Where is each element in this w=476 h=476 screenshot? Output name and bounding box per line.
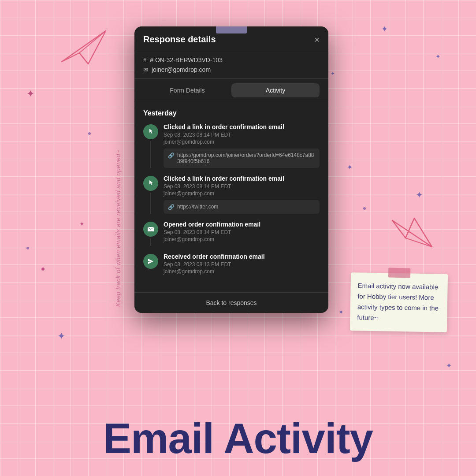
- activity-body: Clicked a link in order confirmation ema…: [164, 175, 320, 214]
- svg-line-1: [79, 53, 88, 64]
- activity-item: Clicked a link in order confirmation ema…: [143, 175, 320, 214]
- tape-decoration: [216, 26, 247, 33]
- paper-plane-decoration-topleft: [57, 26, 110, 66]
- link-icon: 🔗: [168, 204, 175, 210]
- link-url: https://gomdrop.com/joiner/orders?orderI…: [177, 152, 315, 164]
- activity-list: Yesterday Clicked a link in order confir…: [134, 102, 328, 292]
- sidebar-caption: Keep track of when emails are received a…: [115, 150, 122, 307]
- sparkle-decoration: ✦: [338, 309, 344, 316]
- activity-icon-receive: [143, 254, 158, 269]
- activity-link: 🔗 https://gomdrop.com/joiner/orders?orde…: [164, 149, 320, 168]
- response-email: joiner@gomdrop.com: [152, 66, 211, 73]
- sparkle-decoration: ✦: [381, 24, 388, 34]
- activity-item: Received order confirmation email Sep 08…: [143, 253, 320, 278]
- activity-email: joiner@gomdrop.com: [164, 236, 320, 242]
- sparkle-decoration: ✦: [40, 264, 46, 274]
- svg-marker-3: [392, 218, 432, 247]
- activity-icon-click: [143, 176, 158, 191]
- activity-title: Opened order confirmation email: [164, 221, 320, 228]
- sparkle-decoration: ✦: [347, 163, 353, 171]
- note-card: Email activity now available for Hobby t…: [350, 272, 448, 332]
- activity-item: Opened order confirmation email Sep 08, …: [143, 221, 320, 246]
- activity-icon-click: [143, 124, 158, 139]
- dot-decoration: [363, 207, 366, 210]
- email-icon: ✉: [143, 67, 148, 73]
- activity-time: Sep 08, 2023 08:14 PM EDT: [164, 229, 320, 235]
- modal-meta: # # ON-32-BERWD3VD-103 ✉ joiner@gomdrop.…: [134, 51, 328, 79]
- sparkle-decoration: ✦: [446, 361, 452, 370]
- day-label: Yesterday: [143, 109, 320, 117]
- activity-title: Clicked a link in order confirmation ema…: [164, 123, 320, 130]
- hash-icon: #: [143, 57, 146, 63]
- activity-icon-open: [143, 222, 158, 237]
- activity-time: Sep 08, 2023 08:14 PM EDT: [164, 183, 320, 190]
- activity-time: Sep 08, 2023 08:13 PM EDT: [164, 261, 320, 268]
- tab-form-details[interactable]: Form Details: [143, 83, 231, 97]
- activity-body: Opened order confirmation email Sep 08, …: [164, 221, 320, 246]
- activity-email: joiner@gomdrop.com: [164, 268, 320, 275]
- modal-title: Response details: [143, 34, 216, 45]
- note-text: Email activity now available for Hobby t…: [357, 280, 441, 324]
- note-tape-decoration: [388, 268, 410, 278]
- activity-body: Clicked a link in order confirmation ema…: [164, 123, 320, 168]
- meta-id-row: # # ON-32-BERWD3VD-103: [143, 56, 320, 63]
- close-button[interactable]: ×: [314, 35, 320, 44]
- response-id: # ON-32-BERWD3VD-103: [150, 56, 223, 63]
- svg-line-4: [405, 218, 414, 238]
- connector-line: [150, 141, 151, 168]
- sparkle-decoration: ✦: [79, 220, 85, 227]
- sparkle-decoration: ✦: [416, 190, 423, 200]
- link-icon: 🔗: [168, 152, 175, 159]
- sparkle-decoration: ✦: [26, 88, 34, 100]
- dot-decoration: [88, 132, 91, 135]
- back-to-responses-button[interactable]: Back to responses: [206, 299, 257, 306]
- connector-line: [150, 238, 151, 246]
- link-url: https://twitter.com: [177, 204, 218, 210]
- svg-line-2: [79, 31, 106, 53]
- modal-footer: Back to responses: [134, 292, 328, 313]
- sparkle-decoration: ✦: [435, 53, 441, 60]
- sparkle-decoration: ✦: [331, 71, 335, 77]
- activity-email: joiner@gomdrop.com: [164, 190, 320, 197]
- activity-item: Clicked a link in order confirmation ema…: [143, 123, 320, 168]
- activity-link: 🔗 https://twitter.com: [164, 200, 320, 214]
- activity-body: Received order confirmation email Sep 08…: [164, 253, 320, 278]
- activity-title: Received order confirmation email: [164, 253, 320, 260]
- connector-line: [150, 193, 151, 214]
- activity-email: joiner@gomdrop.com: [164, 139, 320, 145]
- tab-bar: Form Details Activity: [134, 79, 328, 102]
- main-title: Email Activity: [0, 414, 476, 463]
- activity-time: Sep 08, 2023 08:14 PM EDT: [164, 132, 320, 138]
- sparkle-decoration: ✦: [57, 331, 65, 342]
- paper-plane-decoration-bottomright: [388, 216, 436, 251]
- svg-marker-0: [62, 31, 106, 64]
- meta-email-row: ✉ joiner@gomdrop.com: [143, 66, 320, 73]
- dot-decoration: [26, 247, 29, 249]
- tab-activity[interactable]: Activity: [231, 83, 320, 97]
- activity-title: Clicked a link in order confirmation ema…: [164, 175, 320, 182]
- response-details-modal: Response details × # # ON-32-BERWD3VD-10…: [134, 26, 328, 313]
- svg-line-5: [405, 238, 432, 247]
